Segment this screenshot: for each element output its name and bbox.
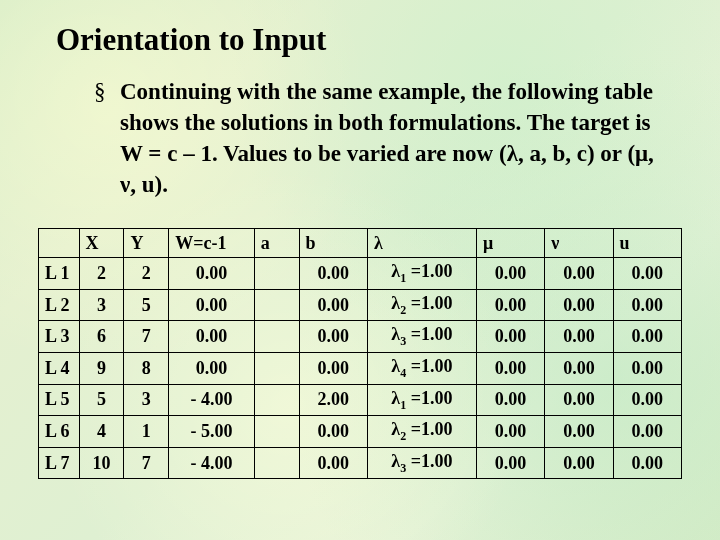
col-u: u	[613, 229, 681, 258]
cell-lambda: λ2 =1.00	[367, 416, 476, 448]
cell-x: 6	[79, 321, 124, 353]
cell-w: - 4.00	[169, 447, 254, 479]
cell-w: 0.00	[169, 289, 254, 321]
cell-lambda: λ2 =1.00	[367, 289, 476, 321]
cell-nu: 0.00	[545, 384, 613, 416]
cell-x: 4	[79, 416, 124, 448]
table-row: L 4980.000.00λ4 =1.000.000.000.00	[39, 352, 682, 384]
col-w: W=c-1	[169, 229, 254, 258]
cell-u: 0.00	[613, 416, 681, 448]
cell-y: 7	[124, 321, 169, 353]
row-label: L 2	[39, 289, 80, 321]
cell-y: 3	[124, 384, 169, 416]
cell-a	[254, 447, 299, 479]
col-x: X	[79, 229, 124, 258]
cell-mu: 0.00	[476, 352, 544, 384]
cell-y: 1	[124, 416, 169, 448]
table-row: L 1220.000.00λ1 =1.000.000.000.00	[39, 258, 682, 290]
cell-a	[254, 258, 299, 290]
cell-b: 0.00	[299, 258, 367, 290]
cell-nu: 0.00	[545, 352, 613, 384]
cell-b: 0.00	[299, 321, 367, 353]
cell-y: 5	[124, 289, 169, 321]
cell-mu: 0.00	[476, 321, 544, 353]
cell-mu: 0.00	[476, 258, 544, 290]
cell-a	[254, 416, 299, 448]
cell-lambda: λ1 =1.00	[367, 258, 476, 290]
row-label: L 3	[39, 321, 80, 353]
col-y: Y	[124, 229, 169, 258]
table-header-row: X Y W=c-1 a b λ μ ν u	[39, 229, 682, 258]
cell-nu: 0.00	[545, 447, 613, 479]
body-text: Continuing with the same example, the fo…	[120, 79, 654, 197]
row-label: L 7	[39, 447, 80, 479]
cell-x: 10	[79, 447, 124, 479]
cell-b: 0.00	[299, 289, 367, 321]
table-row: L 641- 5.000.00λ2 =1.000.000.000.00	[39, 416, 682, 448]
cell-x: 3	[79, 289, 124, 321]
cell-a	[254, 352, 299, 384]
cell-lambda: λ3 =1.00	[367, 447, 476, 479]
cell-lambda: λ1 =1.00	[367, 384, 476, 416]
table-row: L 7107- 4.000.00λ3 =1.000.000.000.00	[39, 447, 682, 479]
cell-x: 5	[79, 384, 124, 416]
cell-nu: 0.00	[545, 321, 613, 353]
col-blank	[39, 229, 80, 258]
cell-u: 0.00	[613, 384, 681, 416]
cell-a	[254, 384, 299, 416]
slide-body: §Continuing with the same example, the f…	[94, 76, 674, 200]
cell-a	[254, 321, 299, 353]
table-row: L 2350.000.00λ2 =1.000.000.000.00	[39, 289, 682, 321]
cell-x: 9	[79, 352, 124, 384]
cell-u: 0.00	[613, 447, 681, 479]
cell-u: 0.00	[613, 352, 681, 384]
cell-y: 7	[124, 447, 169, 479]
cell-x: 2	[79, 258, 124, 290]
cell-u: 0.00	[613, 321, 681, 353]
col-nu: ν	[545, 229, 613, 258]
cell-a	[254, 289, 299, 321]
cell-b: 0.00	[299, 416, 367, 448]
col-a: a	[254, 229, 299, 258]
cell-w: 0.00	[169, 321, 254, 353]
cell-nu: 0.00	[545, 258, 613, 290]
row-label: L 6	[39, 416, 80, 448]
row-label: L 5	[39, 384, 80, 416]
cell-w: - 5.00	[169, 416, 254, 448]
cell-mu: 0.00	[476, 289, 544, 321]
cell-y: 2	[124, 258, 169, 290]
cell-nu: 0.00	[545, 416, 613, 448]
cell-mu: 0.00	[476, 416, 544, 448]
cell-u: 0.00	[613, 258, 681, 290]
table-row: L 553- 4.002.00λ1 =1.000.000.000.00	[39, 384, 682, 416]
cell-nu: 0.00	[545, 289, 613, 321]
row-label: L 4	[39, 352, 80, 384]
solutions-table: X Y W=c-1 a b λ μ ν u L 1220.000.00λ1 =1…	[38, 228, 682, 479]
cell-b: 0.00	[299, 352, 367, 384]
slide-title: Orientation to Input	[56, 22, 684, 58]
col-mu: μ	[476, 229, 544, 258]
row-label: L 1	[39, 258, 80, 290]
col-b: b	[299, 229, 367, 258]
cell-u: 0.00	[613, 289, 681, 321]
cell-b: 0.00	[299, 447, 367, 479]
cell-w: - 4.00	[169, 384, 254, 416]
cell-mu: 0.00	[476, 384, 544, 416]
col-lambda: λ	[367, 229, 476, 258]
cell-lambda: λ4 =1.00	[367, 352, 476, 384]
cell-mu: 0.00	[476, 447, 544, 479]
table-row: L 3670.000.00λ3 =1.000.000.000.00	[39, 321, 682, 353]
cell-w: 0.00	[169, 258, 254, 290]
cell-w: 0.00	[169, 352, 254, 384]
cell-b: 2.00	[299, 384, 367, 416]
bullet-icon: §	[94, 76, 120, 107]
cell-lambda: λ3 =1.00	[367, 321, 476, 353]
cell-y: 8	[124, 352, 169, 384]
